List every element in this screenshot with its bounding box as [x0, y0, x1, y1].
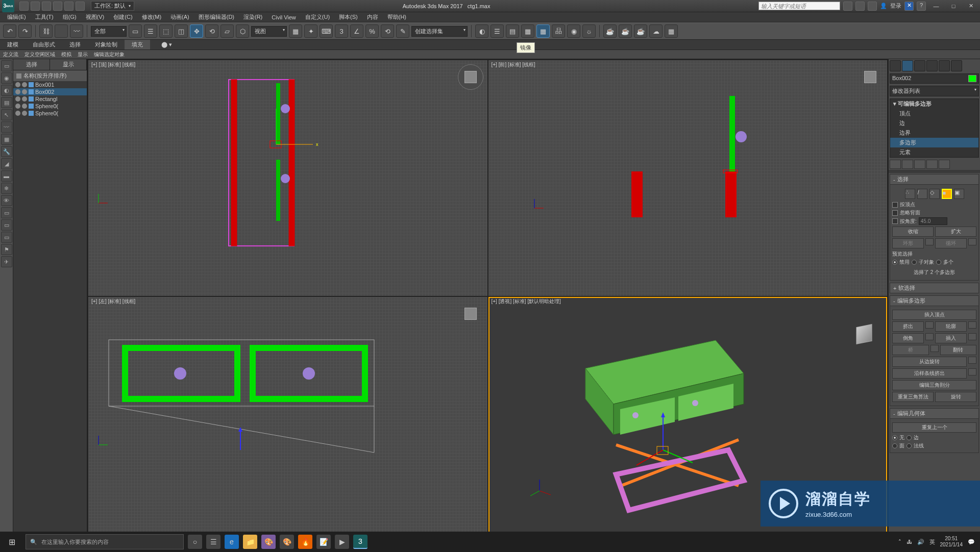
stack-edge[interactable]: 边 [890, 118, 978, 128]
select-rotate-icon[interactable]: ⟲ [205, 24, 218, 38]
named-selection-dropdown[interactable]: 创建选择集 [411, 26, 468, 37]
cmd-tab-motion-icon[interactable] [926, 60, 938, 71]
object-color-swatch[interactable] [968, 75, 976, 82]
explorer-icon[interactable]: 📁 [243, 535, 257, 549]
constraint-none-radio[interactable] [892, 435, 897, 440]
lt-sheet3-icon[interactable]: ▭ [1, 232, 12, 243]
select-object-icon[interactable]: ▭ [129, 24, 142, 38]
angle-spinner[interactable]: 45.0 [919, 217, 947, 225]
retriangulate-button[interactable]: 重复三角算法 [892, 392, 934, 402]
menu-tools[interactable]: 工具(T) [31, 13, 58, 21]
grow-button[interactable]: 扩大 [935, 227, 976, 237]
menu-group[interactable]: 组(G) [59, 13, 81, 21]
select-scale-icon[interactable]: ▱ [220, 24, 234, 38]
inset-settings-icon[interactable] [968, 333, 976, 340]
rollout-editpoly-header[interactable]: - 编辑多边形 [890, 295, 979, 306]
task-view-icon[interactable]: ☰ [206, 535, 220, 549]
cmd-tab-utilities-icon[interactable] [951, 60, 962, 71]
lt-snow-icon[interactable]: ❄ [1, 183, 12, 194]
edit-named-sel-icon[interactable]: ✎ [396, 24, 409, 38]
remove-modifier-icon[interactable] [926, 160, 938, 169]
minimize-button[interactable]: — [929, 2, 943, 11]
select-by-name-icon[interactable]: ☰ [144, 24, 157, 38]
ribbon-sub-simulate[interactable]: 模拟 [61, 51, 71, 58]
percent-snap-icon[interactable]: % [365, 24, 379, 38]
qat-project-icon[interactable] [76, 2, 85, 11]
viewport-label[interactable]: [+] [顶] [标准] [线框] [91, 61, 135, 68]
workspace-selector[interactable]: 工作区: 默认▾ [91, 1, 134, 11]
cmd-tab-modify-icon[interactable] [902, 60, 913, 71]
viewport-label[interactable]: [+] [左] [标准] [线框] [91, 298, 135, 305]
qat-save-icon[interactable] [42, 2, 51, 11]
render-iterative-icon[interactable]: ☕ [634, 24, 647, 38]
curve-editor-icon[interactable]: ▦ [536, 24, 550, 38]
viewport-label[interactable]: [+] [透视] [标准] [默认明暗处理] [492, 298, 561, 305]
ref-coord-dropdown[interactable]: 视图 [251, 26, 287, 37]
edit-tri-button[interactable]: 编辑三角剖分 [892, 380, 976, 390]
lt-freeze-icon[interactable]: ◉ [1, 72, 12, 84]
help-search-input[interactable] [758, 2, 840, 10]
inset-button[interactable]: 插入 [935, 333, 967, 343]
ribbon-sub-display[interactable]: 显示 [78, 51, 88, 58]
scene-sort-header[interactable]: 名称(按升序排序) [13, 70, 87, 81]
lt-select-icon[interactable]: ▭ [1, 60, 12, 71]
ribbon-tab-selection[interactable]: 选择 [62, 40, 88, 49]
freeze-icon[interactable] [22, 111, 27, 116]
tray-ime-icon[interactable]: 英 [929, 538, 935, 546]
window-crossing-icon[interactable]: ◫ [175, 24, 188, 38]
menu-help[interactable]: 帮助(H) [383, 13, 410, 21]
hinge-settings-icon[interactable] [968, 357, 976, 364]
bridge-button[interactable]: 桥 [892, 345, 929, 355]
tray-network-icon[interactable]: 🖧 [906, 539, 912, 545]
loop-settings-icon[interactable] [968, 238, 976, 245]
qat-redo-icon[interactable] [64, 2, 74, 11]
lt-eye-icon[interactable]: 👁 [1, 195, 12, 206]
rollout-editgeo-header[interactable]: - 编辑几何体 [890, 408, 979, 419]
turn-button[interactable]: 旋转 [935, 392, 976, 402]
pivot-center-icon[interactable]: ▦ [289, 24, 302, 38]
system-clock[interactable]: 20:51 2021/1/14 [940, 536, 963, 548]
toggle-ribbon-icon[interactable]: ▦ [521, 24, 534, 38]
firefox-icon[interactable]: 🔥 [298, 535, 312, 549]
freeze-icon[interactable] [22, 89, 27, 94]
select-move-icon[interactable]: ✥ [190, 24, 203, 38]
ignore-backfacing-checkbox[interactable] [892, 210, 898, 216]
shrink-button[interactable]: 收缩 [892, 227, 934, 237]
lt-sheet2-icon[interactable]: ▭ [1, 219, 12, 231]
preview-multi-radio[interactable] [936, 260, 941, 265]
menu-rendering[interactable]: 渲染(R) [239, 13, 266, 21]
preview-off-radio[interactable] [892, 260, 897, 265]
lt-pin-icon[interactable]: ✈ [1, 256, 12, 267]
outline-button[interactable]: 轮廓 [935, 321, 967, 332]
ribbon-toggle-icon[interactable]: ⬤ ▾ [154, 40, 179, 49]
constraint-normal-radio[interactable] [906, 443, 912, 448]
menu-civilview[interactable]: Civil View [267, 14, 300, 21]
by-angle-checkbox[interactable] [892, 218, 898, 224]
qat-undo-icon[interactable] [53, 2, 62, 11]
ribbon-tab-populate[interactable]: 填充 [125, 40, 150, 49]
taskbar-search[interactable]: 🔍 在这里输入你要搜索的内容 [26, 534, 184, 549]
render-frame-icon[interactable]: ☕ [603, 24, 617, 38]
menu-content[interactable]: 内容 [363, 13, 382, 21]
spinner-snap-icon[interactable]: ⟲ [381, 24, 394, 38]
scene-item-box002[interactable]: Box002 [13, 88, 87, 95]
exchange-icon[interactable]: ✕ [904, 2, 914, 11]
app-icon-4[interactable]: ▶ [335, 535, 349, 549]
make-unique-icon[interactable] [914, 160, 925, 169]
app-icon-3[interactable]: 📝 [316, 535, 331, 549]
bridge-settings-icon[interactable] [930, 345, 939, 352]
unlink-icon[interactable] [55, 24, 68, 38]
menu-animation[interactable]: 动画(A) [166, 13, 193, 21]
stack-polygon[interactable]: 多边形 [890, 138, 978, 147]
qat-open-icon[interactable] [31, 2, 40, 11]
ribbon-tab-objectpaint[interactable]: 对象绘制 [88, 40, 125, 49]
lt-hide-icon[interactable]: ◐ [1, 85, 12, 96]
select-manipulate-icon[interactable]: ✦ [304, 24, 317, 38]
rollout-selection-header[interactable]: - 选择 [890, 174, 979, 185]
modifier-list-dropdown[interactable]: 修改器列表 [890, 86, 979, 96]
align-icon[interactable]: ☰ [491, 24, 504, 38]
ribbon-tab-freeform[interactable]: 自由形式 [26, 40, 62, 49]
render-production-icon[interactable]: ☕ [619, 24, 632, 38]
lt-arrow-icon[interactable]: ↖ [1, 109, 12, 120]
ring-settings-icon[interactable] [925, 238, 934, 245]
